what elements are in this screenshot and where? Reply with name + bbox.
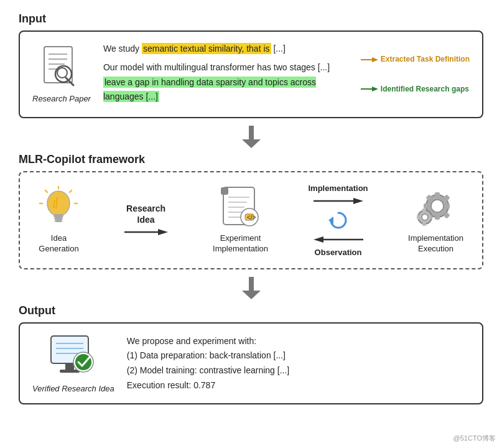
annotation-identified: Identified Research gaps — [361, 85, 470, 95]
gears-icon — [414, 186, 458, 230]
svg-rect-15 — [53, 214, 63, 217]
text-before-highlight2: Our model with multilingual transformer … — [103, 62, 330, 72]
down-arrow-svg-1 — [242, 126, 261, 148]
verified-icon-area: Verified Research Idea — [32, 334, 114, 393]
svg-marker-13 — [242, 139, 261, 148]
svg-rect-46 — [424, 203, 429, 208]
svg-line-20 — [45, 190, 47, 192]
code-icon: </> — [220, 186, 262, 230]
arrow-research-idea: ResearchIdea — [115, 203, 177, 238]
lightbulb-icon — [39, 186, 79, 230]
arrow-connector-2 — [19, 277, 483, 299]
step-experiment-impl: </> ExperimentImplementation — [213, 186, 268, 254]
svg-rect-17 — [55, 220, 62, 222]
svg-rect-12 — [249, 126, 254, 139]
output-text: We propose and experiment with: (1) Data… — [127, 334, 470, 393]
research-paper-icon: Research Paper — [32, 45, 91, 103]
input-line1: We study semantic textual similarity, th… — [103, 42, 348, 57]
svg-marker-38 — [353, 198, 363, 204]
svg-rect-58 — [249, 277, 254, 291]
input-box: Research Paper We study semantic textual… — [19, 30, 483, 118]
svg-rect-33 — [221, 187, 228, 195]
impl-exec-label: ImplementationExecution — [408, 233, 463, 254]
output-box: Verified Research Idea We propose and ex… — [19, 322, 483, 404]
svg-point-14 — [47, 191, 70, 216]
svg-point-53 — [422, 214, 428, 220]
implementation-label: Implementation — [308, 184, 368, 193]
svg-rect-56 — [417, 215, 420, 219]
arrow-connector-1 — [19, 126, 483, 148]
svg-marker-41 — [314, 236, 323, 243]
highlight-green-text: leave a gap in handling data sparsity an… — [103, 77, 316, 103]
mlr-content: IdeaGeneration ResearchIdea — [32, 184, 470, 257]
svg-rect-45 — [435, 215, 440, 220]
verified-label: Verified Research Idea — [32, 384, 114, 393]
svg-line-19 — [70, 190, 72, 192]
step-impl-execution: ImplementationExecution — [408, 186, 463, 254]
arrow-right-idea — [124, 226, 168, 238]
mlr-box: IdeaGeneration ResearchIdea — [19, 171, 483, 269]
svg-marker-9 — [372, 57, 378, 62]
input-line2: Our model with multilingual transformer … — [103, 60, 348, 105]
svg-rect-44 — [435, 192, 440, 197]
svg-marker-59 — [242, 291, 261, 299]
svg-rect-55 — [422, 223, 426, 226]
section-title-output: Output — [19, 304, 483, 317]
output-point2: (2) Model training: contrastive learning… — [127, 363, 470, 378]
down-arrow-svg-2 — [242, 277, 261, 299]
svg-marker-11 — [372, 86, 378, 91]
annotations: Extracted Task Definition Identified Res… — [361, 55, 470, 94]
svg-rect-47 — [445, 203, 450, 208]
watermark: @51CTO博客 — [453, 434, 496, 443]
text-after-highlight1: [...] — [271, 44, 286, 54]
svg-marker-26 — [158, 229, 168, 235]
arrow-extracted — [361, 55, 378, 64]
double-arrow-area: Implementation Observation — [304, 184, 373, 257]
svg-point-6 — [57, 68, 67, 78]
research-idea-label: ResearchIdea — [126, 203, 165, 225]
exp-impl-label: ExperimentImplementation — [213, 233, 268, 254]
refresh-icon — [327, 209, 350, 231]
highlight-yellow-text: semantic textual similarity, that is — [142, 43, 271, 54]
text-before-highlight1: We study — [103, 44, 142, 54]
annotation-extracted: Extracted Task Definition — [361, 55, 470, 66]
arrow-identified — [361, 85, 378, 93]
svg-rect-64 — [65, 363, 74, 370]
arrow-left-obs — [314, 234, 363, 245]
section-title-mlr: MLR-Copilot framework — [19, 153, 483, 166]
input-text: We study semantic textual similarity, th… — [103, 42, 348, 107]
idea-gen-label: IdeaGeneration — [39, 233, 78, 254]
output-point1: (1) Data preparation: back-translation [… — [127, 348, 470, 363]
arrow-right-impl — [314, 195, 363, 207]
paper-label: Research Paper — [32, 94, 91, 103]
observation-label: Observation — [315, 248, 362, 257]
paper-icon — [41, 45, 81, 90]
svg-point-43 — [431, 200, 444, 212]
svg-rect-16 — [54, 217, 63, 220]
section-title-input: Input — [19, 12, 483, 26]
svg-rect-57 — [429, 215, 432, 219]
output-execution: Execution result: 0.787 — [127, 378, 470, 393]
svg-rect-54 — [422, 208, 426, 212]
step-idea-generation: IdeaGeneration — [39, 186, 79, 254]
verified-document-icon — [49, 334, 98, 380]
output-intro: We propose and experiment with: — [127, 334, 470, 349]
